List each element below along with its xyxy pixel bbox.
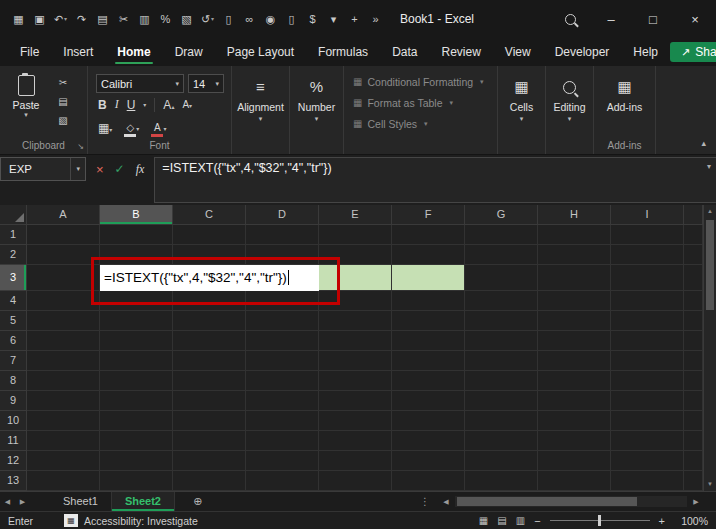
chevron-down-icon[interactable]: ▾ [143, 101, 146, 108]
cell-f8[interactable] [392, 371, 465, 391]
camera-icon[interactable]: ◉ [260, 0, 281, 38]
cell-e1[interactable] [319, 225, 392, 245]
cell-h2[interactable] [538, 245, 611, 265]
row-header-1[interactable]: 1 [0, 225, 27, 245]
cell-e10[interactable] [319, 411, 392, 431]
copy-icon[interactable]: ▤ [54, 94, 72, 109]
cell-a6[interactable] [27, 331, 100, 351]
row-header-11[interactable]: 11 [0, 431, 27, 451]
addins-group-button[interactable]: ▦ Add-ins Add-ins [594, 66, 656, 154]
cell-g2[interactable] [465, 245, 538, 265]
overflow-icon[interactable]: » [365, 0, 386, 38]
cell-d11[interactable] [246, 431, 319, 451]
expand-formula-bar-icon[interactable]: ▾ [707, 162, 711, 171]
formula-input[interactable]: =ISTEXT({"tx",4,"$32","4","tr"}) ▾ [154, 157, 716, 203]
tab-view[interactable]: View [493, 38, 543, 66]
row-header-2[interactable]: 2 [0, 245, 27, 265]
cell-d5[interactable] [246, 311, 319, 331]
cell-x3[interactable] [684, 265, 703, 291]
cell-d9[interactable] [246, 391, 319, 411]
horizontal-scrollbar[interactable] [455, 496, 687, 507]
minimize-button[interactable]: – [590, 0, 632, 38]
cell-d8[interactable] [246, 371, 319, 391]
cell-h4[interactable] [538, 291, 611, 311]
cell-b5[interactable] [100, 311, 173, 331]
undo-icon[interactable]: ↶▾ [50, 0, 71, 38]
cell-a4[interactable] [27, 291, 100, 311]
row-header-10[interactable]: 10 [0, 411, 27, 431]
tab-file[interactable]: File [8, 38, 51, 66]
zoom-in-button[interactable]: + [659, 515, 665, 527]
tab-review[interactable]: Review [429, 38, 492, 66]
cell-c10[interactable] [173, 411, 246, 431]
cell-i11[interactable] [611, 431, 684, 451]
cell-i9[interactable] [611, 391, 684, 411]
editing-group-button[interactable]: Editing ▾ [546, 66, 594, 154]
column-header-e[interactable]: E [319, 205, 392, 225]
cell-x13[interactable] [684, 471, 703, 491]
cell-x10[interactable] [684, 411, 703, 431]
tab-formulas[interactable]: Formulas [306, 38, 380, 66]
cell-x7[interactable] [684, 351, 703, 371]
select-all-corner[interactable] [0, 205, 27, 225]
cell-b4[interactable] [100, 291, 173, 311]
clipboard-dialog-launcher-icon[interactable]: ↘ [77, 142, 84, 151]
cell-b10[interactable] [100, 411, 173, 431]
copy-icon[interactable]: ▤ [92, 0, 113, 38]
cell-i10[interactable] [611, 411, 684, 431]
cell-x1[interactable] [684, 225, 703, 245]
cell-e12[interactable] [319, 451, 392, 471]
document-icon[interactable]: ▯ [218, 0, 239, 38]
cell-c2[interactable] [173, 245, 246, 265]
cell-h3[interactable] [538, 265, 611, 291]
font-name-combo[interactable]: Calibri ▾ [96, 74, 184, 93]
cell-i8[interactable] [611, 371, 684, 391]
decrease-font-button[interactable]: A▾ [182, 99, 192, 110]
cell-e9[interactable] [319, 391, 392, 411]
cell-g4[interactable] [465, 291, 538, 311]
cell-e6[interactable] [319, 331, 392, 351]
cell-h12[interactable] [538, 451, 611, 471]
cell-a1[interactable] [27, 225, 100, 245]
column-header-b[interactable]: B [100, 205, 173, 225]
chevron-down-icon[interactable]: ▾ [323, 0, 344, 38]
cell-f3[interactable] [392, 265, 465, 291]
save-icon[interactable]: ▣ [29, 0, 50, 38]
cell-g10[interactable] [465, 411, 538, 431]
page-layout-view-icon[interactable]: ▤ [497, 515, 506, 526]
column-header-h[interactable]: H [538, 205, 611, 225]
cell-a3[interactable] [27, 265, 100, 291]
scroll-down-icon[interactable]: ▼ [704, 478, 716, 491]
column-header-d[interactable]: D [246, 205, 319, 225]
cell-i13[interactable] [611, 471, 684, 491]
cell-g1[interactable] [465, 225, 538, 245]
cell-d1[interactable] [246, 225, 319, 245]
tab-home[interactable]: Home [105, 38, 162, 66]
clipboard-icon[interactable]: ▥ [134, 0, 155, 38]
cell-a12[interactable] [27, 451, 100, 471]
cancel-button[interactable]: × [96, 162, 104, 177]
cell-h7[interactable] [538, 351, 611, 371]
cell-b8[interactable] [100, 371, 173, 391]
cell-c7[interactable] [173, 351, 246, 371]
cell-f7[interactable] [392, 351, 465, 371]
tab-data[interactable]: Data [380, 38, 429, 66]
tab-page-layout[interactable]: Page Layout [215, 38, 306, 66]
cell-g7[interactable] [465, 351, 538, 371]
cell-c8[interactable] [173, 371, 246, 391]
cell-e4[interactable] [319, 291, 392, 311]
vertical-scroll-thumb[interactable] [706, 220, 714, 310]
tab-developer[interactable]: Developer [543, 38, 622, 66]
cell-g5[interactable] [465, 311, 538, 331]
cell-d6[interactable] [246, 331, 319, 351]
alignment-group-button[interactable]: ≡ Alignment ▾ [232, 66, 290, 154]
cell-e13[interactable] [319, 471, 392, 491]
cell-e7[interactable] [319, 351, 392, 371]
cell-i12[interactable] [611, 451, 684, 471]
cell-f6[interactable] [392, 331, 465, 351]
cell-b7[interactable] [100, 351, 173, 371]
row-header-9[interactable]: 9 [0, 391, 27, 411]
cell-c1[interactable] [173, 225, 246, 245]
percent-icon[interactable]: % [155, 0, 176, 38]
scroll-left-icon[interactable]: ◀ [439, 498, 453, 506]
